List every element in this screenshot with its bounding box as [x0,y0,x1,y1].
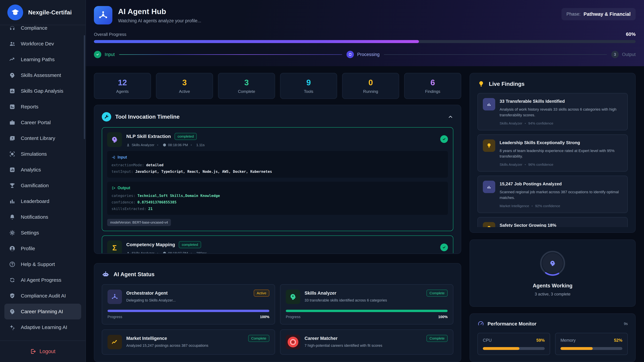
sidebar-item-skills-assessment[interactable]: Skills Assessment [4,67,81,83]
bell-icon [9,214,16,220]
performance-monitor-panel: Performance Monitor 9s CPU 59% [470,313,636,362]
input-box: Input extractionMode:detailed textInput:… [107,151,448,178]
agent-card-career-matcher: Career Matcher 7 high-potential careers … [280,330,453,355]
sidebar-item-ai-agent-progress[interactable]: AI Agent Progress [4,272,81,288]
sidebar-item-learning-paths[interactable]: Learning Paths [4,52,81,67]
trending-icon [9,56,16,63]
io-row: confidence:0.8754913706855385 [112,200,444,204]
agent-description: Analyzed 15,247 postings across 387 occu… [126,344,244,348]
sidebar-item-gamification[interactable]: Gamification [4,178,81,193]
sidebar-item-career-planning-ai[interactable]: Career Planning AI [4,304,81,320]
sidebar-item-label: Workforce Dev [21,41,54,46]
finding-confidence: 92% confidence [529,204,560,208]
sidebar-item-label: Reports [21,104,38,110]
target-icon [286,335,300,349]
cpu-bar [483,347,545,350]
sidebar-item-label: Notifications [21,214,48,220]
finding-description: Scanned regional job market across 387 o… [500,189,622,201]
tool-meta: Skills Analyzer 08:18:06 PM 1.11s [126,143,436,147]
sidebar-item-compliance[interactable]: Compliance [4,25,81,36]
chevron-up-icon[interactable] [448,114,453,120]
sidebar-item-label: Content Library [21,135,55,141]
tool-name: NLP Skill Extraction [126,134,171,139]
lightbulb-icon [483,139,495,152]
finding-card: 15,247 Job Postings Analyzed Scanned reg… [478,176,628,213]
sidebar-item-leaderboard[interactable]: Leaderboard [4,193,81,209]
phase-label: Phase: [566,11,580,17]
sidebar-item-career-portal[interactable]: Career Portal [4,115,81,130]
model-version-tag: modelVersion: BERT-base-uncased-v4 [107,219,171,226]
stat-value: 9 [306,78,311,87]
sidebar-item-label: Simulations [21,151,47,157]
head-gear-icon [542,253,563,274]
sidebar-item-notifications[interactable]: Notifications [4,209,81,225]
sidebar-item-help[interactable]: Help & Support [4,256,81,272]
agent-progress-fill [108,310,269,312]
stat-label: Tools [304,89,313,94]
sidebar-item-compliance-audit-ai[interactable]: Compliance Audit AI [4,288,81,304]
check-circle-icon [94,51,101,58]
memory-bar [560,347,622,350]
sidebar-item-skills-gap[interactable]: Skills Gap Analysis [4,83,81,99]
timeline-item: NLP Skill Extraction completed Skills An… [102,127,453,231]
hub-logo [94,6,112,24]
log-in-icon [112,155,116,159]
agent-name: Skills Analyzer [304,291,422,296]
overall-progress-value: 60% [626,31,636,37]
io-row: categories:Technical,Soft Skills,Domain … [112,194,444,198]
sidebar-item-profile[interactable]: Profile [4,241,81,256]
stats-row: 12 Agents 3 Active 3 Complete 9 Tools [94,73,461,99]
refresh-interval: 9s [624,322,628,326]
sidebar-scrollbar[interactable] [84,35,85,139]
sidebar-item-label: Skills Gap Analysis [21,88,63,94]
lightbulb-icon [478,80,485,88]
step-input: Input [94,51,115,58]
trophy-icon [9,182,16,189]
sidebar-item-analytics[interactable]: Analytics [4,162,81,178]
sidebar-item-reports[interactable]: Reports [4,99,81,115]
io-key: extractionMode: [112,163,144,167]
io-row: extractionMode:detailed [112,163,444,167]
progress-value: 100% [438,315,448,319]
stat-value: 12 [118,78,127,87]
stat-label: Complete [238,89,255,94]
shield-check-icon [9,293,16,299]
tool-meta: Skills Analyzer 08:18:07 PM 280ms [126,251,436,253]
lightbulb-icon [483,222,495,227]
agents-working-ring [539,250,566,277]
sidebar-item-settings[interactable]: Settings [4,225,81,241]
tool-time: 08:18:07 PM [168,251,188,253]
timeline-title: Tool Invocation Timeline [115,114,180,120]
stat-tools: 9 Tools [280,73,337,99]
sidebar-item-adaptive-learning-ai[interactable]: Adaptive Learning AI [4,320,81,335]
sidebar-item-label: Career Portal [21,120,51,125]
input-label: Input [118,155,127,160]
gauge-icon [478,321,484,327]
step-number: 3 [611,51,619,58]
agent-card-skills-analyzer: Skills Analyzer 33 transferable skills i… [280,284,453,325]
io-value: 0.8754913706855385 [137,200,176,204]
output-label: Output [118,186,130,190]
stat-label: Running [363,89,378,94]
sidebar-item-label: AI Agent Progress [21,277,62,283]
bar-chart-icon [483,181,495,193]
head-gear-icon [9,72,16,78]
memory-bar-fill [560,347,593,350]
agent-progress-bar [286,310,448,312]
agent-status-title: AI Agent Status [114,271,154,278]
timeline-item: Σ Competency Mapping completed Skills An… [102,236,453,253]
sidebar-item-workforce-dev[interactable]: Workforce Dev [4,36,81,52]
memory-value: 52% [614,338,622,343]
output-box: Output categories:Technical,Soft Skills,… [107,182,448,215]
agent-badge: Active [254,290,269,297]
agent-description: Delegating to Skills Analyzer... [126,298,250,303]
overall-progress-fill [94,40,419,43]
sidebar-item-simulations[interactable]: Simulations [4,146,81,162]
tool-time: 08:18:06 PM [168,143,188,147]
findings-list: 33 Transferable Skills Identified Analys… [478,93,628,227]
timeline-list: NLP Skill Extraction completed Skills An… [102,127,453,253]
sidebar-item-content-library[interactable]: Content Library [4,130,81,146]
tool-name: Competency Mapping [126,242,175,247]
logout-button[interactable]: Logout [30,349,56,355]
stat-label: Active [179,89,190,94]
